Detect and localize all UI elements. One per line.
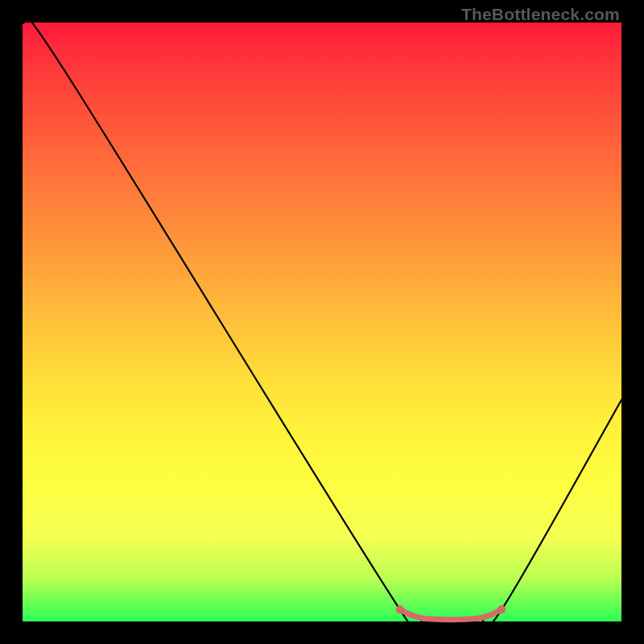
watermark-text: TheBottleneck.com [461,5,620,24]
flat-region-dot-right [497,605,506,613]
flat-region-highlight [400,609,502,620]
chart-svg [23,23,621,621]
bottleneck-curve-path [23,13,621,644]
flat-region-dot-left [396,605,404,613]
